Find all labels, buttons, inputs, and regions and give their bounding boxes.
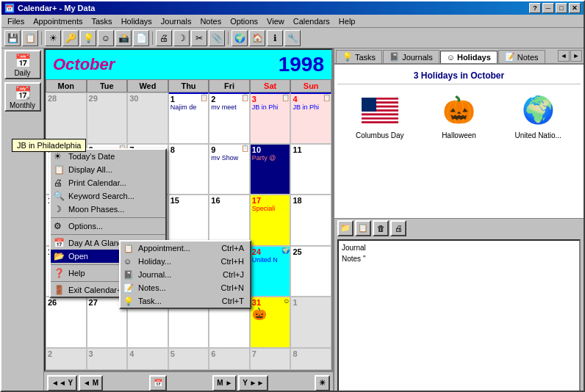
table-row[interactable]: 16: [209, 195, 250, 246]
menu-view[interactable]: View: [262, 15, 289, 27]
toolbar-doc[interactable]: 📄: [133, 30, 149, 46]
tab-prev-button[interactable]: ◄: [558, 50, 570, 62]
table-row[interactable]: 1: [290, 297, 331, 348]
table-row[interactable]: 1 Najim de 📋: [168, 92, 209, 144]
rt-copy-button[interactable]: 📋: [355, 220, 371, 236]
menu-appointments[interactable]: Appointments: [29, 15, 87, 27]
columbus-day-icon: [362, 92, 398, 128]
menu-notes[interactable]: Notes: [195, 15, 226, 27]
menu-options[interactable]: Options: [226, 15, 262, 27]
table-row[interactable]: 24 United N 🌍: [250, 246, 291, 297]
toolbar-info[interactable]: ℹ: [267, 30, 283, 46]
ctx-moon[interactable]: ☽ Moon Phases...: [51, 203, 165, 216]
table-row[interactable]: 15: [168, 195, 209, 246]
toolbar-save[interactable]: 💾: [4, 30, 21, 46]
task-icon: 💡: [123, 297, 134, 306]
toolbar-paper[interactable]: 📎: [209, 30, 225, 46]
toolbar-print[interactable]: 🖨: [156, 30, 172, 46]
tab-holidays[interactable]: ☺ Holidays: [440, 51, 498, 63]
help-button[interactable]: ?: [529, 3, 541, 13]
tab-journals[interactable]: 📓 Journals: [383, 50, 439, 63]
prev-year-button[interactable]: ◄◄ Y: [47, 375, 77, 391]
toolbar-copy[interactable]: 📋: [22, 30, 38, 46]
next-year-button[interactable]: Y ►►: [238, 375, 268, 391]
monthly-button[interactable]: 📆 Monthly: [4, 82, 41, 112]
table-row[interactable]: 4: [127, 348, 168, 370]
toolbar-moon[interactable]: ☽: [173, 30, 190, 46]
tab-notes[interactable]: 📝 Notes: [498, 50, 545, 63]
daily-button[interactable]: 📅 Daily: [4, 50, 41, 79]
tab-tasks[interactable]: 💡 Tasks: [336, 50, 382, 63]
rt-open-button[interactable]: 📁: [337, 220, 353, 236]
table-row[interactable]: 2: [46, 348, 87, 370]
rt-print-button[interactable]: 🖨: [390, 220, 406, 236]
ctx-display[interactable]: 📋 Display All...: [51, 163, 165, 176]
next-month-button[interactable]: M ►: [212, 375, 237, 391]
table-row[interactable]: 29: [87, 92, 128, 144]
toolbar-bulb[interactable]: 💡: [80, 30, 96, 46]
table-row[interactable]: 4 JB in Phi 📋: [290, 92, 331, 144]
toolbar-sun[interactable]: ☀: [45, 30, 61, 46]
table-row[interactable]: 28: [46, 92, 87, 144]
tab-next-button[interactable]: ►: [570, 50, 582, 62]
table-row[interactable]: 31 🎃 ☺: [250, 297, 291, 348]
menu-holidays[interactable]: Holidays: [117, 15, 157, 27]
sub-journal[interactable]: 📓 Journal... Ctrl+J: [121, 268, 250, 281]
day-wed: Wed: [127, 79, 168, 92]
table-row[interactable]: 18: [290, 195, 331, 246]
table-row[interactable]: 9 mv Show 📋: [209, 144, 250, 195]
table-row[interactable]: 10 Party @: [250, 144, 291, 195]
list-item[interactable]: 🌍 United Natio...: [509, 92, 567, 139]
table-row[interactable]: 5: [168, 348, 209, 370]
toolbar-smiley[interactable]: ☺: [98, 30, 114, 46]
table-row[interactable]: 6: [209, 348, 250, 370]
appt-shortcut: Ctrl+A: [221, 244, 244, 253]
table-row[interactable]: 2 mv meet 📋: [209, 92, 250, 144]
menu-files[interactable]: Files: [3, 15, 29, 27]
close-button[interactable]: ✕: [569, 3, 581, 13]
tooltip: JB in Philadelphia: [12, 139, 86, 152]
sub-appointment[interactable]: 📋 Appointment... Ctrl+A: [121, 242, 250, 255]
ctx-sep-2: [51, 234, 165, 235]
sub-holiday[interactable]: ☺ Holiday... Ctrl+H: [121, 255, 250, 268]
table-row[interactable]: 30: [127, 92, 168, 144]
maximize-button[interactable]: □: [556, 3, 567, 13]
table-row[interactable]: 7: [250, 348, 291, 370]
toolbar-camera[interactable]: 📸: [115, 30, 132, 46]
toolbar-globe[interactable]: 🌍: [232, 30, 248, 46]
table-row[interactable]: 8: [290, 348, 331, 370]
right-content: 3 Holidays in October: [334, 65, 584, 218]
toolbar-wrench[interactable]: 🔧: [284, 30, 301, 46]
table-row[interactable]: 26: [46, 297, 87, 348]
ctx-search[interactable]: 🔍 Keyword Search...: [51, 189, 165, 203]
holidays-title: 3 Holidays in October: [337, 68, 581, 84]
list-item[interactable]: 🎃 Halloween: [429, 92, 488, 139]
submenu: 📋 Appointment... Ctrl+A ☺ Holiday... Ctr…: [119, 240, 251, 309]
minimize-button[interactable]: ─: [542, 3, 554, 13]
list-item[interactable]: Columbus Day: [351, 92, 409, 139]
menu-calendars[interactable]: Calendars: [289, 15, 334, 27]
sub-task[interactable]: 💡 Task... Ctrl+T: [121, 294, 250, 308]
table-row[interactable]: 25: [290, 246, 331, 297]
prev-month-button[interactable]: ◄ M: [79, 375, 103, 391]
today-button[interactable]: 📅: [149, 375, 167, 391]
table-row[interactable]: 3: [87, 348, 128, 370]
ctx-print[interactable]: 🖨 Print Calendar...: [51, 176, 165, 189]
sun-icon[interactable]: ☀: [315, 375, 330, 391]
table-row[interactable]: 8: [168, 144, 209, 195]
ctx-options[interactable]: ⚙ Options...: [51, 219, 165, 233]
sub-notes[interactable]: 📝 Notes... Ctrl+N: [121, 281, 250, 294]
table-row[interactable]: 11: [290, 144, 331, 195]
table-row[interactable]: 17 Speciali: [250, 195, 291, 246]
menu-journals[interactable]: Journals: [157, 15, 196, 27]
toolbar-house[interactable]: 🏠: [249, 30, 265, 46]
menu-tasks[interactable]: Tasks: [87, 15, 117, 27]
toolbar-scissors[interactable]: ✂: [191, 30, 207, 46]
right-tabs: 💡 Tasks 📓 Journals ☺ Holidays 📝 Notes ◄: [334, 48, 584, 65]
toolbar-key[interactable]: 🔑: [62, 30, 79, 46]
table-row[interactable]: 3 JB in Phi 📋: [250, 92, 291, 144]
rt-delete-button[interactable]: 🗑: [373, 220, 389, 236]
right-notes-area: Journal Notes ": [337, 239, 581, 393]
menu-help[interactable]: Help: [334, 15, 360, 27]
day-sat: Sat: [250, 79, 291, 92]
